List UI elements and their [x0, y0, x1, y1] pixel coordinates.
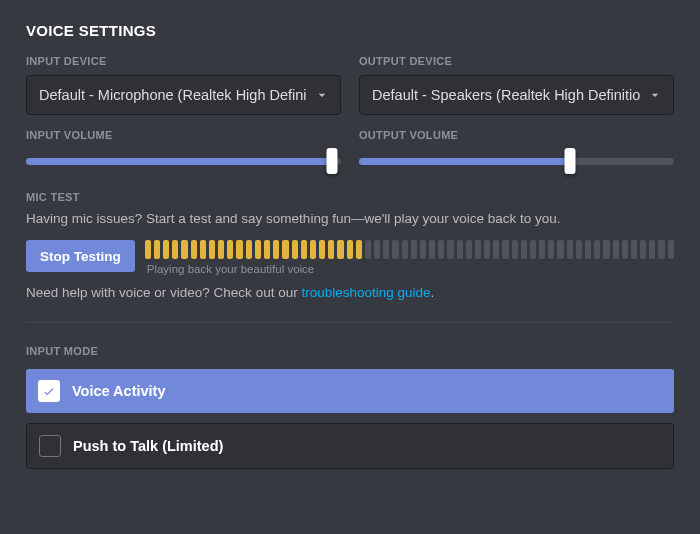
meter-segment: [475, 240, 481, 259]
meter-segment: [668, 240, 674, 259]
stop-testing-button[interactable]: Stop Testing: [26, 240, 135, 272]
meter-segment: [200, 240, 206, 259]
meter-segment: [163, 240, 169, 259]
meter-segment: [310, 240, 316, 259]
divider: [26, 322, 674, 323]
input-device-label: INPUT DEVICE: [26, 55, 341, 67]
meter-segment: [640, 240, 646, 259]
meter-segment: [264, 240, 270, 259]
mic-level-meter: [145, 240, 674, 259]
meter-segment: [420, 240, 426, 259]
meter-segment: [227, 240, 233, 259]
mic-playback-status: Playing back your beautiful voice: [145, 263, 674, 275]
slider-thumb[interactable]: [565, 148, 576, 174]
meter-segment: [484, 240, 490, 259]
meter-segment: [347, 240, 353, 259]
meter-segment: [457, 240, 463, 259]
meter-segment: [301, 240, 307, 259]
meter-segment: [438, 240, 444, 259]
meter-segment: [374, 240, 380, 259]
meter-segment: [328, 240, 334, 259]
help-text: Need help with voice or video? Check out…: [26, 285, 674, 300]
input-mode-label: Voice Activity: [72, 383, 165, 399]
meter-segment: [557, 240, 563, 259]
meter-segment: [273, 240, 279, 259]
meter-segment: [429, 240, 435, 259]
chevron-down-icon: [647, 87, 663, 103]
meter-segment: [576, 240, 582, 259]
input-volume-slider[interactable]: [26, 149, 341, 173]
input-mode-label: INPUT MODE: [26, 345, 674, 357]
mic-test-description: Having mic issues? Start a test and say …: [26, 211, 674, 226]
meter-segment: [512, 240, 518, 259]
mic-test-label: MIC TEST: [26, 191, 674, 203]
output-device-select[interactable]: Default - Speakers (Realtek High Definit…: [359, 75, 674, 115]
meter-segment: [255, 240, 261, 259]
meter-segment: [447, 240, 453, 259]
meter-segment: [292, 240, 298, 259]
meter-segment: [191, 240, 197, 259]
meter-segment: [356, 240, 362, 259]
meter-segment: [631, 240, 637, 259]
meter-segment: [392, 240, 398, 259]
meter-segment: [539, 240, 545, 259]
meter-segment: [622, 240, 628, 259]
meter-segment: [466, 240, 472, 259]
chevron-down-icon: [314, 87, 330, 103]
meter-segment: [172, 240, 178, 259]
meter-segment: [567, 240, 573, 259]
output-volume-label: OUTPUT VOLUME: [359, 129, 674, 141]
meter-segment: [603, 240, 609, 259]
meter-segment: [209, 240, 215, 259]
meter-segment: [530, 240, 536, 259]
input-volume-label: INPUT VOLUME: [26, 129, 341, 141]
checkbox-checked-icon: [38, 380, 60, 402]
meter-segment: [402, 240, 408, 259]
input-mode-label: Push to Talk (Limited): [73, 438, 223, 454]
meter-segment: [218, 240, 224, 259]
meter-segment: [502, 240, 508, 259]
input-mode-option[interactable]: Push to Talk (Limited): [26, 423, 674, 469]
meter-segment: [613, 240, 619, 259]
meter-segment: [282, 240, 288, 259]
meter-segment: [145, 240, 151, 259]
meter-segment: [236, 240, 242, 259]
meter-segment: [521, 240, 527, 259]
output-device-value: Default - Speakers (Realtek High Definit…: [372, 87, 641, 103]
meter-segment: [594, 240, 600, 259]
input-device-value: Default - Microphone (Realtek High Defin…: [39, 87, 308, 103]
meter-segment: [246, 240, 252, 259]
meter-segment: [548, 240, 554, 259]
meter-segment: [365, 240, 371, 259]
meter-segment: [181, 240, 187, 259]
output-device-label: OUTPUT DEVICE: [359, 55, 674, 67]
meter-segment: [337, 240, 343, 259]
meter-segment: [493, 240, 499, 259]
meter-segment: [319, 240, 325, 259]
meter-segment: [658, 240, 664, 259]
meter-segment: [585, 240, 591, 259]
meter-segment: [649, 240, 655, 259]
input-mode-option[interactable]: Voice Activity: [26, 369, 674, 413]
meter-segment: [411, 240, 417, 259]
input-device-select[interactable]: Default - Microphone (Realtek High Defin…: [26, 75, 341, 115]
meter-segment: [154, 240, 160, 259]
slider-thumb[interactable]: [326, 148, 337, 174]
meter-segment: [383, 240, 389, 259]
output-volume-slider[interactable]: [359, 149, 674, 173]
checkbox-unchecked-icon: [39, 435, 61, 457]
troubleshooting-link[interactable]: troubleshooting guide: [301, 285, 430, 300]
page-title: VOICE SETTINGS: [26, 22, 674, 39]
